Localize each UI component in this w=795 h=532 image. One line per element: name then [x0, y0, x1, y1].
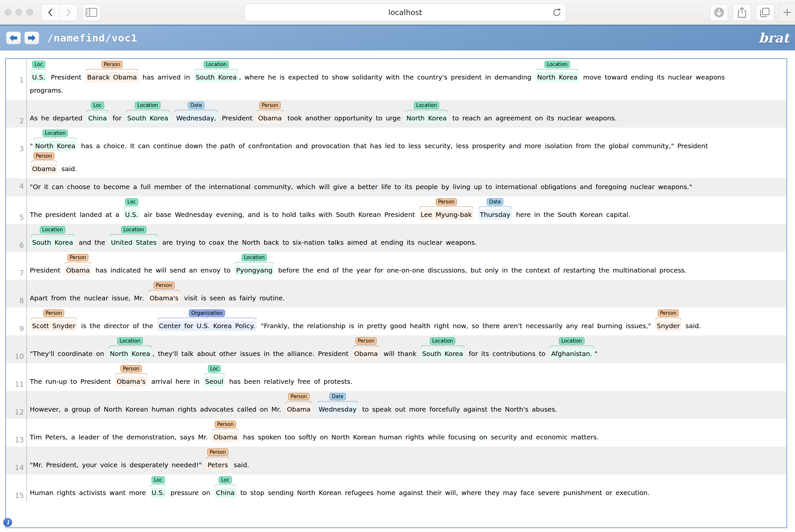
entity-label[interactable]: Loc: [125, 198, 138, 206]
entity-label[interactable]: Date: [329, 393, 346, 400]
entity-span-loc[interactable]: LocationNorth Korea: [535, 61, 579, 82]
downloads-button[interactable]: [710, 4, 728, 21]
minimize-window-button[interactable]: [15, 9, 22, 16]
entity-label[interactable]: Location: [559, 337, 584, 344]
entity-span-person[interactable]: PersonScott Snyder: [31, 309, 77, 331]
entity-text[interactable]: Obama: [212, 432, 239, 442]
entity-text[interactable]: Obama's: [115, 376, 147, 387]
entity-text[interactable]: Barack Obama: [86, 72, 138, 82]
entity-span-loc[interactable]: LocU.S.: [31, 61, 47, 82]
entity-span-date[interactable]: DateWednesday,: [174, 102, 218, 124]
entity-label[interactable]: Location: [42, 130, 68, 137]
entity-span-loc[interactable]: LocationUnited States: [109, 226, 158, 248]
entity-label[interactable]: Location: [242, 254, 267, 261]
entity-label[interactable]: Person: [153, 282, 174, 289]
entity-text[interactable]: North Korea: [33, 141, 77, 151]
entity-span-loc[interactable]: LocationNorth Korea: [33, 130, 77, 151]
entity-span-loc[interactable]: LocationPyongyang: [235, 254, 274, 276]
entity-label[interactable]: Person: [33, 152, 54, 160]
entity-text[interactable]: North Korea: [405, 113, 448, 124]
entity-span-loc[interactable]: LocChina: [214, 476, 236, 498]
close-window-button[interactable]: [5, 9, 12, 16]
breadcrumb[interactable]: /namefind/voc1: [47, 32, 137, 44]
entity-label[interactable]: Organization: [189, 309, 225, 317]
entity-label[interactable]: Person: [436, 198, 457, 206]
entity-span-person[interactable]: PersonObama: [285, 393, 312, 415]
entity-span-loc[interactable]: LocationSouth Korea: [31, 226, 75, 248]
entity-span-loc[interactable]: LocationNorth Korea: [405, 102, 448, 124]
entity-span-person[interactable]: PersonObama: [353, 337, 380, 359]
entity-text[interactable]: Lee Myung-bak: [419, 209, 474, 220]
address-bar[interactable]: localhost: [245, 4, 566, 21]
entity-text[interactable]: South Korea: [31, 237, 75, 248]
entity-span-person[interactable]: PersonSnyder: [655, 309, 681, 331]
entity-text[interactable]: Obama: [31, 164, 57, 174]
entity-span-person[interactable]: PersonObama's: [115, 365, 147, 387]
entity-span-loc[interactable]: LocationNorth Korea: [108, 337, 152, 359]
entity-label[interactable]: Person: [121, 365, 142, 372]
entity-label[interactable]: Loc: [219, 476, 232, 483]
entity-span-person[interactable]: PersonObama's: [148, 282, 180, 303]
entity-span-loc[interactable]: LocU.S.: [150, 476, 166, 498]
entity-label[interactable]: Location: [117, 337, 143, 344]
entity-text[interactable]: Thursday: [478, 209, 512, 220]
entity-label[interactable]: Loc: [91, 102, 104, 109]
entity-label[interactable]: Person: [288, 393, 309, 400]
entity-text[interactable]: U.S.: [124, 209, 140, 220]
entity-label[interactable]: Person: [43, 309, 64, 317]
zoom-window-button[interactable]: [26, 9, 33, 16]
entity-text[interactable]: South Korea: [126, 113, 170, 124]
browser-forward-button[interactable]: [59, 4, 78, 21]
entity-span-person[interactable]: PersonPeters: [206, 449, 229, 470]
entity-text[interactable]: Obama: [285, 404, 312, 415]
entity-label[interactable]: Person: [207, 449, 228, 456]
tab-overview-button[interactable]: [756, 4, 774, 21]
share-button[interactable]: [733, 4, 751, 21]
entity-text[interactable]: South Korea: [421, 348, 465, 359]
entity-span-loc[interactable]: LocationSouth Korea: [194, 61, 238, 82]
entity-text[interactable]: Seoul: [204, 376, 225, 387]
entity-span-person[interactable]: PersonObama: [31, 152, 57, 174]
entity-span-loc[interactable]: LocSeoul: [204, 365, 225, 387]
entity-label[interactable]: Date: [487, 198, 503, 206]
entity-text[interactable]: North Korea: [535, 72, 579, 82]
entity-text[interactable]: South Korea: [194, 72, 238, 82]
entity-text[interactable]: Obama: [353, 348, 380, 359]
entity-span-loc[interactable]: LocU.S.: [124, 198, 140, 220]
entity-span-loc[interactable]: LocationAfghanistan.: [550, 337, 594, 359]
entity-text[interactable]: Obama: [64, 265, 91, 276]
entity-span-loc[interactable]: LocationSouth Korea: [421, 337, 465, 359]
entity-span-loc[interactable]: LocationSouth Korea: [126, 102, 170, 124]
entity-label[interactable]: Location: [40, 226, 65, 233]
address-bar-url[interactable]: localhost: [245, 8, 566, 17]
document-prev-button[interactable]: [6, 32, 21, 44]
entity-label[interactable]: Person: [259, 102, 280, 109]
entity-label[interactable]: Location: [135, 102, 160, 109]
new-tab-button[interactable]: [779, 3, 795, 22]
entity-text[interactable]: North Korea: [108, 348, 152, 359]
entity-label[interactable]: Person: [215, 421, 236, 428]
entity-text[interactable]: China: [87, 113, 108, 124]
browser-back-button[interactable]: [41, 4, 59, 21]
sidebar-toggle-button[interactable]: [82, 4, 100, 21]
entity-label[interactable]: Loc: [152, 476, 165, 483]
entity-span-person[interactable]: PersonObama: [212, 421, 239, 442]
entity-label[interactable]: Location: [430, 337, 455, 344]
entity-span-person[interactable]: PersonLee Myung-bak: [419, 198, 474, 220]
entity-text[interactable]: U.S.: [31, 72, 47, 82]
entity-span-person[interactable]: PersonObama: [256, 102, 283, 124]
entity-span-loc[interactable]: LocChina: [87, 102, 108, 124]
entity-span-date[interactable]: DateThursday: [478, 198, 512, 220]
entity-label[interactable]: Loc: [32, 61, 45, 68]
entity-label[interactable]: Person: [356, 337, 376, 344]
entity-text[interactable]: Wednesday,: [174, 113, 218, 124]
entity-span-person[interactable]: PersonBarack Obama: [86, 61, 138, 82]
entity-span-person[interactable]: PersonObama: [64, 254, 91, 276]
entity-text[interactable]: Center for U.S. Korea Policy.: [157, 321, 257, 331]
entity-text[interactable]: China: [214, 488, 236, 498]
entity-label[interactable]: Location: [414, 102, 439, 109]
entity-text[interactable]: Peters: [206, 460, 229, 470]
entity-label[interactable]: Date: [188, 102, 204, 109]
entity-label[interactable]: Location: [544, 61, 570, 68]
entity-span-organization[interactable]: OrganizationCenter for U.S. Korea Policy…: [157, 309, 257, 331]
